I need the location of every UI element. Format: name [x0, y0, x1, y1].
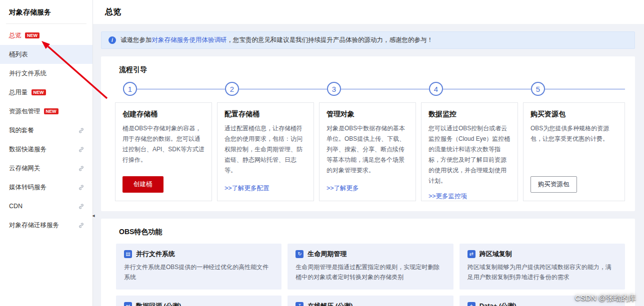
- step-connector: [137, 89, 217, 89]
- step-box-data-monitoring: 数据监控 您可以通过OBS控制台或者云监控服务（Cloud Eye）监控桶的流量…: [421, 102, 518, 201]
- more-monitoring-link[interactable]: >>更多监控项: [428, 193, 467, 200]
- nav-label: 桶列表: [9, 50, 28, 59]
- tile-title: 跨区域复制: [480, 250, 512, 259]
- tile-desc: 生命周期管理是指通过配置指定的规则，实现定时删除桶中的对象或者定时转换对象的存储…: [296, 263, 445, 283]
- feature-tile-parallel-fs[interactable]: ▤ 并行文件系统 并行文件系统是OBS提供的一种经过优化的高性能文件系统: [116, 244, 282, 290]
- step-data-monitoring: 4 数据监控 您可以通过OBS控制台或者云监控服务（Cloud Eye）监控桶的…: [421, 81, 523, 201]
- step-manage-objects: 3 管理对象 对象是OBS中数据存储的基本单位。OBS提供上传、下载、列举、搜索…: [319, 81, 421, 201]
- sidebar-item-bucket-list[interactable]: 桶列表: [0, 45, 92, 64]
- sidebar: 对象存储服务 总览 NEW 桶列表 并行文件系统 总用量 NEW 资源包管理 N…: [0, 0, 93, 306]
- external-link-icon: [78, 203, 84, 210]
- app-window: 对象存储服务 总览 NEW 桶列表 并行文件系统 总用量 NEW 资源包管理 N…: [0, 0, 644, 306]
- step-desc: 通过配置桶信息，让存储桶符合您的使用要求，包括：访问权限控制，生命周期管理、防盗…: [224, 123, 306, 178]
- step-connector: [217, 89, 225, 89]
- step-box-create-bucket: 创建存储桶 桶是OBS中存储对象的容器，用于存储您的数据。您可以通过控制台、AP…: [115, 102, 212, 201]
- sidebar-item-resource-packages[interactable]: 资源包管理 NEW: [0, 102, 92, 121]
- feature-tile-online-decompression[interactable]: ↧ 在线解压 (公测): [288, 296, 453, 306]
- step-connector: [239, 89, 319, 89]
- step-title: 配置存储桶: [224, 110, 306, 119]
- feature-tiles: ▤ 并行文件系统 并行文件系统是OBS提供的一种经过优化的高性能文件系统 ↻ 生…: [116, 244, 625, 306]
- banner-suffix: ，您宝贵的意见和建议是我们持续提升产品体验的源动力，感谢您的参与！: [227, 36, 434, 43]
- step-box-buy-resource-package: 购买资源包 OBS为您提供多种规格的资源包，让您享受更优惠的计费。 购买资源包: [523, 102, 625, 201]
- step-configure-bucket: 2 配置存储桶 通过配置桶信息，让存储桶符合您的使用要求，包括：访问权限控制，生…: [217, 81, 319, 201]
- banner-text: 诚邀您参加对象存储服务使用体验调研，您宝贵的意见和建议是我们持续提升产品体验的源…: [120, 36, 433, 44]
- nav-label: 媒体转码服务: [9, 183, 46, 192]
- step-box-manage-objects: 管理对象 对象是OBS中数据存储的基本单位。OBS提供上传、下载、列举、搜索、分…: [319, 102, 416, 201]
- sidebar-item-oms[interactable]: 对象存储迁移服务: [0, 216, 92, 235]
- external-link-icon: [78, 222, 84, 229]
- feature-tile-lifecycle[interactable]: ↻ 生命周期管理 生命周期管理是指通过配置指定的规则，实现定时删除桶中的对象或者…: [288, 244, 453, 290]
- step-title: 购买资源包: [530, 110, 618, 119]
- step-desc: 您可以通过OBS控制台或者云监控服务（Cloud Eye）监控桶的流量统计和请求…: [428, 123, 510, 186]
- step-connector: [421, 89, 429, 89]
- step-create-bucket: 1 创建存储桶 桶是OBS中存储对象的容器，用于存储您的数据。您可以通过控制台、…: [115, 81, 217, 201]
- sidebar-collapse-handle[interactable]: ◂: [91, 209, 96, 222]
- notice-banner: i 诚邀您参加对象存储服务使用体验调研，您宝贵的意见和建议是我们持续提升产品体验…: [101, 31, 635, 49]
- feature-tile-cross-region-replication[interactable]: ⇄ 跨区域复制 跨区域复制能够为用户提供跨区域数据容灾的能力，满足用户数据复制到…: [460, 244, 625, 290]
- sidebar-item-media-transcoding[interactable]: 媒体转码服务: [0, 178, 92, 197]
- content: i 诚邀您参加对象存储服务使用体验调研，您宝贵的意见和建议是我们持续提升产品体验…: [93, 24, 644, 306]
- learn-more-config-link[interactable]: >>了解更多配置: [224, 185, 270, 192]
- new-badge: NEW: [32, 89, 46, 95]
- nav-label: 数据快递服务: [9, 145, 46, 154]
- nav-label: 我的套餐: [9, 126, 34, 135]
- service-title: 对象存储服务: [0, 0, 92, 23]
- step-connector: [443, 89, 523, 89]
- tile-title: Data+ (公测): [480, 302, 516, 306]
- sidebar-item-cdn[interactable]: CDN: [0, 197, 92, 216]
- external-link-icon: [78, 184, 84, 191]
- step-title: 数据监控: [428, 110, 510, 119]
- survey-link[interactable]: 对象存储服务使用体验调研: [152, 36, 227, 43]
- external-link-icon: [78, 146, 84, 153]
- watermark: CSDN @张晗的库: [575, 294, 636, 303]
- nav-label: CDN: [9, 203, 22, 210]
- nav-label: 资源包管理: [9, 107, 40, 116]
- sidebar-item-my-packages[interactable]: 我的套餐: [0, 121, 92, 140]
- page-title: 总览: [105, 7, 632, 17]
- sidebar-item-parallel-fs[interactable]: 并行文件系统: [0, 64, 92, 83]
- step-connector: [319, 89, 327, 89]
- sidebar-item-cloud-storage-gateway[interactable]: 云存储网关: [0, 159, 92, 178]
- step-desc: 桶是OBS中存储对象的容器，用于存储您的数据。您可以通过控制台、API、SDK等…: [122, 123, 204, 171]
- process-guide-card: 流程引导 1 创建存储桶 桶是OBS中存储对象的容器，用于存储您的数据。您可以通…: [101, 56, 635, 211]
- page-header: 总览: [93, 0, 644, 24]
- dataplus-icon: +: [468, 302, 476, 306]
- origin-pull-icon: ↩: [124, 302, 132, 306]
- step-title: 管理对象: [326, 110, 408, 119]
- guide-steps: 1 创建存储桶 桶是OBS中存储对象的容器，用于存储您的数据。您可以通过控制台、…: [115, 81, 625, 201]
- step-desc: 对象是OBS中数据存储的基本单位。OBS提供上传、下载、列举、搜索、分享、断点续…: [326, 123, 408, 178]
- info-icon: i: [108, 36, 116, 44]
- step-title: 创建存储桶: [122, 110, 204, 119]
- learn-more-link[interactable]: >>了解更多: [326, 185, 359, 192]
- nav-label: 并行文件系统: [9, 69, 46, 78]
- nav-label: 云存储网关: [9, 164, 40, 173]
- external-link-icon: [78, 165, 84, 172]
- guide-title: 流程引导: [119, 65, 625, 74]
- sidebar-item-overview[interactable]: 总览 NEW: [0, 26, 92, 45]
- sidebar-nav: 总览 NEW 桶列表 并行文件系统 总用量 NEW 资源包管理 NEW 我的套餐: [0, 26, 92, 235]
- create-bucket-button[interactable]: 创建桶: [122, 176, 164, 193]
- main-area: 总览 i 诚邀您参加对象存储服务使用体验调研，您宝贵的意见和建议是我们持续提升产…: [93, 0, 644, 306]
- tile-title: 生命周期管理: [308, 250, 346, 259]
- new-badge: NEW: [44, 108, 58, 114]
- nav-label: 对象存储迁移服务: [9, 221, 59, 230]
- tile-desc: 跨区域复制能够为用户提供跨区域数据容灾的能力，满足用户数据复制到异地进行备份的需…: [468, 263, 617, 283]
- tile-title: 数据回源 (公测): [136, 302, 181, 306]
- buy-resource-package-button[interactable]: 购买资源包: [530, 176, 577, 193]
- sidebar-item-total-usage[interactable]: 总用量 NEW: [0, 83, 92, 102]
- nav-label: 总用量: [9, 88, 28, 97]
- step-number-4: 4: [429, 82, 443, 96]
- lifecycle-icon: ↻: [296, 250, 304, 258]
- parallel-fs-icon: ▤: [124, 250, 132, 258]
- feature-tile-origin-pull[interactable]: ↩ 数据回源 (公测): [116, 296, 282, 306]
- step-number-3: 3: [327, 82, 341, 96]
- sidebar-item-data-express[interactable]: 数据快递服务: [0, 140, 92, 159]
- features-card: OBS特色功能 ▤ 并行文件系统 并行文件系统是OBS提供的一种经过优化的高性能…: [101, 219, 635, 306]
- step-connector: [545, 89, 625, 89]
- new-badge: NEW: [25, 32, 40, 38]
- tile-title: 并行文件系统: [136, 250, 175, 259]
- tile-title: 在线解压 (公测): [308, 302, 352, 306]
- step-number-5: 5: [531, 82, 545, 96]
- banner-prefix: 诚邀您参加: [120, 36, 152, 43]
- step-desc: OBS为您提供多种规格的资源包，让您享受更优惠的计费。: [530, 123, 618, 171]
